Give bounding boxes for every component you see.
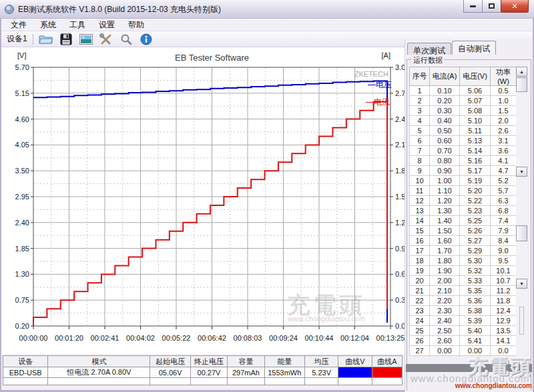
run-data-cell: 7: [410, 146, 430, 156]
run-header-voltage[interactable]: 电压(V): [460, 67, 491, 86]
tab-auto-test[interactable]: 自动测试: [452, 41, 496, 55]
run-data-cell: 27: [410, 346, 430, 356]
svg-text:[A]: [A]: [382, 51, 390, 59]
run-data-row[interactable]: 191.905.3210.1: [410, 266, 517, 276]
svg-text:00:02:41: 00:02:41: [91, 334, 119, 342]
minimize-button[interactable]: [463, 0, 483, 13]
scrollbar-down-button-2[interactable]: ▼: [516, 279, 527, 289]
run-data-cell: 2.10: [430, 286, 460, 296]
scrollbar-down-button[interactable]: ▼: [516, 167, 527, 177]
export-image-button[interactable]: [77, 33, 95, 46]
run-data-cell: 17: [410, 246, 430, 256]
run-header-current[interactable]: 电流(A): [430, 67, 460, 86]
run-data-cell: 24: [410, 316, 430, 326]
curve-a-swatch[interactable]: [372, 367, 402, 378]
zoom-button[interactable]: [117, 33, 136, 46]
info-icon: [140, 33, 152, 45]
run-data-cell: 2.20: [430, 296, 460, 306]
svg-text:0.20: 0.20: [15, 322, 29, 330]
run-data-row[interactable]: 171.705.299.0: [410, 246, 517, 256]
legend-current: —电流: [366, 97, 390, 107]
run-data-row[interactable]: 30.305.081.5: [410, 106, 517, 116]
run-data-cell: 10.1: [491, 266, 517, 276]
run-data-row[interactable]: 151.505.267.9: [410, 226, 517, 236]
run-data-row[interactable]: 60.605.133.1: [410, 136, 517, 146]
save-button[interactable]: [57, 33, 75, 46]
run-data-row[interactable]: 222.205.3611.8: [410, 296, 517, 306]
run-data-row[interactable]: 181.805.309.5: [410, 256, 517, 266]
tab-single-test[interactable]: 单次测试: [407, 43, 451, 55]
run-data-cell: 9.0: [491, 246, 517, 256]
run-data-cell: 2.00: [430, 276, 460, 286]
menu-help[interactable]: 帮助: [121, 18, 151, 32]
avg-voltage: 5.23V: [304, 367, 338, 378]
summary-header-row: 设备 模式 起始电压 终止电压 容量 能量 均压 曲线V 曲线A: [3, 356, 403, 367]
run-data-row[interactable]: 212.105.3511.2: [410, 286, 517, 296]
run-data-row[interactable]: 242.405.3912.9: [410, 316, 517, 326]
run-data-cell: 0.40: [430, 116, 460, 126]
run-data-row[interactable]: 270.000.000.0: [410, 346, 517, 356]
menu-tools[interactable]: 工具: [63, 18, 92, 32]
run-data-group-title: 运行数据: [411, 55, 445, 65]
svg-text:0.00: 0.00: [395, 322, 405, 330]
table-scrollbar[interactable]: ▲ ▼ ▼: [516, 67, 527, 365]
run-data-cell: 5.36: [460, 296, 491, 306]
svg-text:00:00:00: 00:00:00: [19, 334, 48, 342]
run-data-cell: 1.00: [430, 176, 460, 186]
run-data-row[interactable]: 111.105.205.7: [410, 186, 517, 196]
table-bottom-scrollbar[interactable]: [406, 364, 532, 372]
calibrate-button[interactable]: [97, 33, 115, 46]
run-data-cell: 5.14: [460, 146, 491, 156]
run-data-cell: 19: [410, 266, 430, 276]
scrollbar-ghost-thumb[interactable]: [519, 307, 524, 335]
close-button[interactable]: ✕: [501, 0, 529, 13]
run-data-row[interactable]: 161.605.278.4: [410, 236, 517, 246]
svg-text:00:06:42: 00:06:42: [198, 334, 226, 342]
scrollbar-up-button[interactable]: ▲: [516, 67, 527, 77]
about-button[interactable]: [138, 33, 156, 46]
run-data-row[interactable]: 20.205.071.0: [410, 96, 517, 106]
run-data-table-wrap: 序号 电流(A) 电压(V) 功率(W) 10.105.060.520.205.…: [409, 67, 528, 356]
menu-file[interactable]: 文件: [4, 18, 33, 32]
open-folder-button[interactable]: [37, 33, 55, 46]
menu-system[interactable]: 系统: [33, 18, 63, 32]
menu-settings[interactable]: 设置: [92, 18, 121, 32]
run-data-cell: 2.40: [430, 316, 460, 326]
summary-header-avg-voltage: 均压: [304, 356, 338, 367]
run-data-cell: 2.60: [430, 336, 460, 346]
run-data-row[interactable]: 10.105.060.5: [410, 86, 517, 96]
scrollbar-thumb-2[interactable]: [516, 225, 527, 241]
run-data-row[interactable]: 121.205.226.3: [410, 196, 517, 206]
run-data-row[interactable]: 40.405.102.0: [410, 116, 517, 126]
run-header-index[interactable]: 序号: [410, 67, 430, 86]
run-data-row[interactable]: 101.005.195.2: [410, 176, 517, 186]
run-data-row[interactable]: 80.805.164.1: [410, 156, 517, 166]
run-header-power[interactable]: 功率(W): [491, 67, 517, 86]
run-data-cell: 2.0: [491, 116, 517, 126]
run-data-row[interactable]: 50.505.112.6: [410, 126, 517, 136]
device-tab-label[interactable]: 设备1: [5, 33, 31, 45]
run-data-row[interactable]: 131.305.236.8: [410, 206, 517, 216]
run-data-row[interactable]: 70.705.143.6: [410, 146, 517, 156]
run-data-cell: 3.1: [491, 136, 517, 146]
run-data-row[interactable]: 90.905.174.7: [410, 166, 517, 176]
run-data-row[interactable]: 141.405.257.4: [410, 216, 517, 226]
svg-text:4.05: 4.05: [15, 141, 29, 149]
save-icon: [60, 33, 72, 45]
scrollbar-thumb[interactable]: [516, 77, 527, 92]
run-data-cell: 3.6: [491, 146, 517, 156]
run-data-row[interactable]: 262.605.4114.1: [410, 336, 517, 346]
run-data-cell: 5.08: [460, 106, 491, 116]
run-data-cell: 5.40: [460, 326, 491, 336]
run-data-row[interactable]: 232.305.3812.4: [410, 306, 517, 316]
run-data-row[interactable]: 252.505.4013.5: [410, 326, 517, 336]
curve-v-swatch[interactable]: [338, 367, 372, 378]
run-data-cell: 5.26: [460, 226, 491, 236]
run-data-cell: 23: [410, 306, 430, 316]
run-data-cell: 2.50: [430, 326, 460, 336]
maximize-button[interactable]: [482, 0, 501, 13]
svg-text:00:04:02: 00:04:02: [126, 334, 155, 342]
run-data-row[interactable]: 202.005.3310.7: [410, 276, 517, 286]
summary-header-curve-v: 曲线V: [338, 356, 372, 367]
run-data-body: 10.105.060.520.205.071.030.305.081.540.4…: [410, 86, 517, 356]
